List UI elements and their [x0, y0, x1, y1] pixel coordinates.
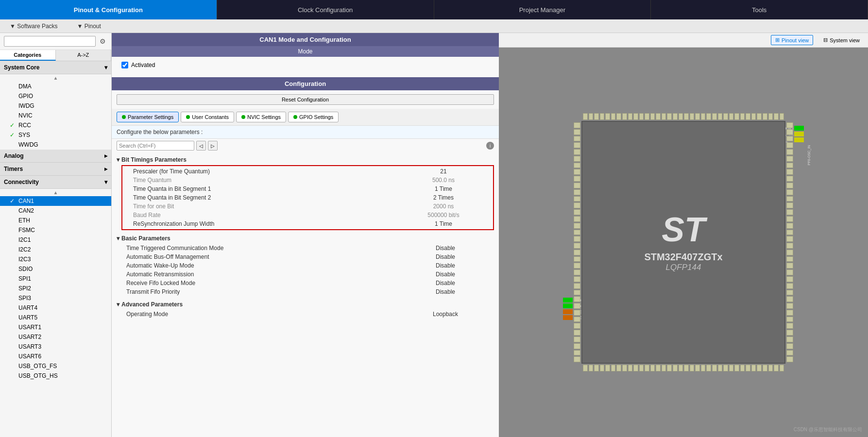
activated-row: Activated	[121, 62, 489, 68]
gear-icon[interactable]: ⚙	[98, 36, 107, 46]
section-basic-params-header[interactable]: ▾ Basic Parameters	[117, 233, 494, 244]
sidebar-item-usart2[interactable]: USART2	[0, 332, 111, 342]
section-bit-timings-header[interactable]: ▾ Bit Timings Parameters	[117, 154, 494, 165]
check-spi3	[10, 295, 17, 302]
left-pins	[574, 122, 580, 363]
pin-color-can1-rx	[794, 137, 804, 142]
params-search-input[interactable]	[117, 141, 194, 151]
sidebar-item-uart4[interactable]: UART4	[0, 303, 111, 313]
sidebar-item-usart6[interactable]: USART6	[0, 352, 111, 361]
scroll-up-connectivity[interactable]: ▲	[0, 189, 111, 196]
copyright-text: CSDN @乐思智能科技有限公司	[794, 426, 862, 433]
subnav-software-packs[interactable]: ▼ Software Packs	[0, 19, 68, 33]
param-auto-wakeup: Automatic Wake-Up Mode Disable	[117, 261, 494, 270]
nav-pinout[interactable]: Pinout & Configuration	[0, 0, 217, 19]
search-next-button[interactable]: ▷	[208, 141, 218, 151]
tab-parameter-settings[interactable]: Parameter Settings	[117, 112, 179, 122]
tab-user-constants[interactable]: User Constants	[181, 112, 234, 122]
check-nvic	[10, 112, 17, 119]
section-system-core-header[interactable]: System Core ▾	[0, 61, 111, 74]
sidebar-item-dma[interactable]: DMA	[0, 82, 111, 91]
right-pins	[786, 122, 793, 363]
dot-gpio	[293, 115, 297, 119]
sidebar-item-usart3[interactable]: USART3	[0, 342, 111, 352]
chip-body: ST STM32F407ZGTx LQFP144	[581, 121, 785, 364]
grid-icon: ⊞	[775, 37, 780, 43]
sidebar-item-spi1[interactable]: SPI1	[0, 274, 111, 284]
subnav-pinout[interactable]: ▼ Pinout	[68, 19, 111, 33]
section-timers-header[interactable]: Timers ▸	[0, 163, 111, 176]
sidebar-item-gpio[interactable]: GPIO	[0, 91, 111, 101]
scroll-up-arrow[interactable]: ▲	[0, 74, 111, 82]
sidebar-item-can2[interactable]: CAN2	[0, 206, 111, 216]
sidebar-item-wwdg[interactable]: WWDG	[0, 140, 111, 150]
dot-nvic	[241, 115, 245, 119]
chevron-section-basic: ▾	[117, 235, 119, 242]
sidebar-item-uart5[interactable]: UART5	[0, 313, 111, 322]
sidebar-search-input[interactable]	[4, 36, 96, 47]
sidebar-item-i2c1[interactable]: I2C1	[0, 235, 111, 245]
tab-nvic-settings[interactable]: NVIC Settings	[236, 112, 286, 122]
right-panel-tabs: ⊞ Pinout view ⊟ System view	[499, 33, 868, 48]
param-time-one-bit: Time for one Bit 2000 ns	[123, 202, 492, 211]
param-tq-seg1: Time Quanta in Bit Segment 1 1 Time	[123, 185, 492, 193]
section-analog-header[interactable]: Analog ▸	[0, 150, 111, 163]
sidebar-item-spi2[interactable]: SPI2	[0, 284, 111, 293]
sidebar-item-can1[interactable]: ✓ CAN1	[0, 196, 111, 206]
pin-color-rcc-osc-in	[563, 309, 573, 314]
dot-param	[122, 115, 126, 119]
search-prev-button[interactable]: ◁	[196, 141, 206, 151]
sidebar-item-spi3[interactable]: SPI3	[0, 293, 111, 303]
check-spi2	[10, 285, 17, 292]
section-connectivity-header[interactable]: Connectivity ▾	[0, 176, 111, 189]
pin-color-can1-tx	[794, 132, 804, 136]
check-uart5	[10, 314, 17, 321]
sidebar-item-usart1[interactable]: USART1	[0, 322, 111, 332]
panel-title: CAN1 Mode and Configuration	[112, 33, 499, 46]
check-usb-otg-fs	[10, 363, 17, 370]
params-table: ▾ Bit Timings Parameters Prescaler (for …	[112, 152, 499, 320]
sidebar-item-iwdg[interactable]: IWDG	[0, 101, 111, 111]
tab-system-view[interactable]: ⊟ System view	[819, 35, 864, 45]
sidebar-item-i2c3[interactable]: I2C3	[0, 254, 111, 264]
reset-configuration-button[interactable]: Reset Configuration	[117, 94, 494, 105]
check-wwdg	[10, 141, 17, 148]
chevron-section-bit: ▾	[117, 156, 119, 163]
sidebar-item-usb-otg-fs[interactable]: USB_OTG_FS	[0, 361, 111, 371]
sidebar-item-eth[interactable]: ETH	[0, 216, 111, 225]
chevron-right-icon: ▸	[104, 152, 107, 159]
check-i2c1	[10, 236, 17, 243]
nav-project[interactable]: Project Manager	[434, 0, 651, 19]
sidebar-item-rcc[interactable]: ✓ RCC	[0, 120, 111, 130]
param-tx-fifo: Transmit Fifo Priority Disable	[117, 287, 494, 296]
activated-checkbox[interactable]	[121, 62, 128, 68]
section-connectivity-label: Connectivity	[4, 179, 39, 185]
nav-clock[interactable]: Clock Configuration	[217, 0, 434, 19]
check-i2c2	[10, 246, 17, 253]
section-timers: Timers ▸	[0, 163, 111, 176]
param-time-triggered: Time Triggered Communication Mode Disabl…	[117, 244, 494, 252]
sidebar-item-sys[interactable]: ✓ SYS	[0, 130, 111, 140]
nav-tools[interactable]: Tools	[651, 0, 868, 19]
tab-categories[interactable]: Categories	[0, 50, 56, 61]
sidebar-item-i2c2[interactable]: I2C2	[0, 245, 111, 254]
sub-nav: ▼ Software Packs ▼ Pinout	[0, 19, 868, 33]
sidebar-item-usb-otg-hs[interactable]: USB_OTG_HS	[0, 371, 111, 381]
sidebar-item-fsmc[interactable]: FSMC	[0, 225, 111, 235]
params-search-area: ◁ ▷ i	[112, 139, 499, 152]
pin-color-sys-jtms	[794, 126, 804, 131]
sidebar-item-nvic[interactable]: NVIC	[0, 111, 111, 120]
check-gpio	[10, 93, 17, 100]
tab-gpio-settings[interactable]: GPIO Settings	[288, 112, 339, 122]
chevron-right-icon2: ▸	[104, 166, 107, 172]
pin-color-ledo	[563, 298, 573, 303]
check-rcc: ✓	[10, 122, 17, 129]
sidebar-item-sdio[interactable]: SDIO	[0, 264, 111, 274]
chevron-down-icon2: ▾	[104, 179, 107, 185]
tab-az[interactable]: A->Z	[56, 50, 112, 61]
info-icon[interactable]: i	[486, 142, 494, 150]
tab-pinout-view[interactable]: ⊞ Pinout view	[771, 35, 813, 45]
dot-user	[186, 115, 190, 119]
chip-diagram: PF0-OSC_IN SYS_JTMS-SWDIO CAN1_TX CAN1_R…	[562, 106, 805, 378]
section-advanced-params-header[interactable]: ▾ Advanced Parameters	[117, 299, 494, 310]
